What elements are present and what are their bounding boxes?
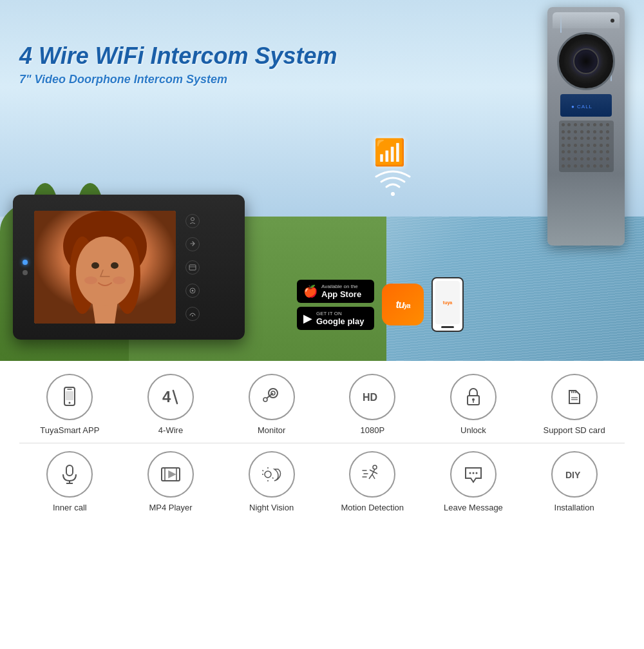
feature-installation: DIY Installation bbox=[529, 451, 620, 512]
feature-motion: Motion Detection bbox=[327, 451, 417, 512]
monitor-btn-4[interactable] bbox=[185, 284, 200, 298]
monitor-led-active bbox=[23, 260, 28, 265]
svg-point-60 bbox=[472, 472, 474, 474]
tuya-logo-text: tuya bbox=[395, 299, 410, 311]
feature-4wire-label: 4-Wire bbox=[158, 425, 183, 435]
feature-unlock: Unlock bbox=[428, 374, 518, 435]
hero-title-block: 4 Wire WiFi Intercom System 7" Video Doo… bbox=[19, 43, 406, 86]
svg-point-8 bbox=[111, 262, 118, 269]
feature-innercall: Inner call bbox=[24, 451, 115, 512]
lock-icon bbox=[462, 385, 485, 409]
page-wrapper: 4 Wire WiFi Intercom System 7" Video Doo… bbox=[0, 0, 644, 649]
feature-installation-label: Installation bbox=[554, 503, 594, 512]
fourwire-icon-circle: 4 bbox=[147, 374, 194, 420]
svg-point-6 bbox=[76, 237, 134, 307]
features-divider bbox=[19, 443, 625, 443]
googleplay-icon: ▶ bbox=[303, 311, 312, 325]
monitor-buttons-panel bbox=[185, 214, 200, 321]
motion-icon bbox=[361, 463, 384, 486]
svg-point-44 bbox=[265, 471, 271, 478]
svg-point-30 bbox=[472, 398, 475, 401]
feature-monitor-label: Monitor bbox=[258, 425, 285, 435]
message-icon bbox=[462, 463, 485, 486]
svg-line-23 bbox=[173, 391, 177, 403]
monitor-body bbox=[13, 195, 245, 340]
svg-point-27 bbox=[263, 398, 267, 402]
doorbell-body: ● CALL for(let i=0;i<56;i++){ document.w… bbox=[547, 7, 625, 246]
svg-point-20 bbox=[69, 402, 71, 404]
indoor-monitor bbox=[13, 195, 245, 343]
monitor-screen bbox=[34, 211, 176, 324]
feature-mp4-label: MP4 Player bbox=[149, 503, 192, 512]
apple-icon: 🍎 bbox=[303, 284, 317, 298]
phone-home-bar bbox=[441, 326, 454, 328]
feature-unlock-label: Unlock bbox=[460, 425, 486, 435]
tuyasmart-icon-circle bbox=[46, 374, 93, 420]
googleplay-main-text: Google play bbox=[316, 316, 364, 326]
features-row-2: Inner call MP4 Player bbox=[19, 451, 625, 512]
feature-leavemsg-label: Leave Message bbox=[444, 503, 503, 512]
feature-leavemsg: Leave Message bbox=[428, 451, 518, 512]
doorbell-camera-lens bbox=[557, 32, 615, 90]
feature-motion-label: Motion Detection bbox=[341, 503, 404, 512]
monitor-btn-5[interactable] bbox=[185, 307, 200, 321]
mp4-icon bbox=[159, 463, 182, 486]
doorbell-top-dot bbox=[611, 19, 614, 23]
googleplay-badge[interactable]: ▶ GET IT ON Google play bbox=[297, 307, 374, 330]
lock-icon-circle bbox=[450, 374, 497, 420]
fourwire-icon: 4 bbox=[159, 385, 182, 409]
feature-mp4: MP4 Player bbox=[126, 451, 216, 512]
appstore-badge-text: Available on the App Store bbox=[321, 284, 361, 299]
motion-icon-circle bbox=[349, 451, 395, 498]
appstore-top-text: Available on the bbox=[321, 284, 361, 289]
monitor-led-1 bbox=[23, 270, 28, 275]
diy-icon-circle: DIY bbox=[551, 451, 598, 498]
monitor-btn-3[interactable] bbox=[185, 260, 200, 275]
monitor-btn-1[interactable] bbox=[185, 214, 200, 228]
hero-title-sub: 7" Video Doorphone Intercom System bbox=[19, 73, 406, 86]
monitor-icon-circle bbox=[249, 374, 295, 420]
googleplay-top-text: GET IT ON bbox=[316, 311, 364, 316]
feature-nightvision: Night Vision bbox=[227, 451, 317, 512]
monitor-btn-2[interactable] bbox=[185, 237, 200, 251]
outdoor-doorbell-unit: ● CALL for(let i=0;i<56;i++){ document.w… bbox=[547, 7, 631, 252]
nightvision-icon bbox=[260, 463, 283, 486]
hd-icon: HD bbox=[361, 385, 384, 409]
feature-tuyasmart-label: TuyaSmart APP bbox=[40, 425, 99, 435]
svg-rect-12 bbox=[189, 265, 196, 270]
feature-1080p-label: 1080P bbox=[361, 425, 385, 435]
water-drop-1 bbox=[560, 14, 562, 33]
svg-line-55 bbox=[372, 474, 375, 479]
svg-point-11 bbox=[191, 217, 194, 220]
features-row-1: TuyaSmart APP 4 4-Wire bbox=[19, 374, 625, 435]
mic-icon-circle bbox=[46, 451, 93, 498]
tuya-badge[interactable]: tuya bbox=[382, 284, 424, 325]
svg-point-61 bbox=[475, 472, 477, 474]
feature-innercall-label: Inner call bbox=[53, 503, 87, 512]
appstore-badge[interactable]: 🍎 Available on the App Store bbox=[297, 280, 374, 303]
svg-line-48 bbox=[272, 478, 274, 479]
store-badges-column: 🍎 Available on the App Store ▶ GET IT ON… bbox=[297, 280, 374, 330]
feature-nightvision-label: Night Vision bbox=[249, 503, 294, 512]
feature-1080p: HD 1080P bbox=[327, 374, 417, 435]
svg-point-50 bbox=[373, 465, 377, 469]
svg-point-16 bbox=[192, 315, 193, 316]
svg-point-9 bbox=[84, 276, 97, 284]
hd-icon-circle: HD bbox=[349, 374, 395, 420]
svg-rect-21 bbox=[66, 391, 73, 400]
svg-marker-43 bbox=[169, 471, 175, 478]
svg-point-7 bbox=[91, 262, 99, 269]
monitor-left-panel bbox=[23, 260, 28, 275]
hero-section: 4 Wire WiFi Intercom System 7" Video Doo… bbox=[0, 0, 644, 361]
svg-text:DIY: DIY bbox=[565, 470, 581, 480]
face-display bbox=[34, 211, 176, 324]
message-icon-circle bbox=[450, 451, 497, 498]
doorbell-speaker-grille: for(let i=0;i<56;i++){ document.write('<… bbox=[559, 121, 614, 172]
svg-point-10 bbox=[113, 276, 126, 284]
svg-line-52 bbox=[370, 470, 374, 472]
doorbell-call-button[interactable]: ● CALL bbox=[560, 94, 612, 117]
mic-icon bbox=[58, 463, 81, 486]
feature-monitor: Monitor bbox=[227, 374, 317, 435]
feature-4wire: 4 4-Wire bbox=[126, 374, 216, 435]
sdcard-icon bbox=[563, 385, 586, 409]
